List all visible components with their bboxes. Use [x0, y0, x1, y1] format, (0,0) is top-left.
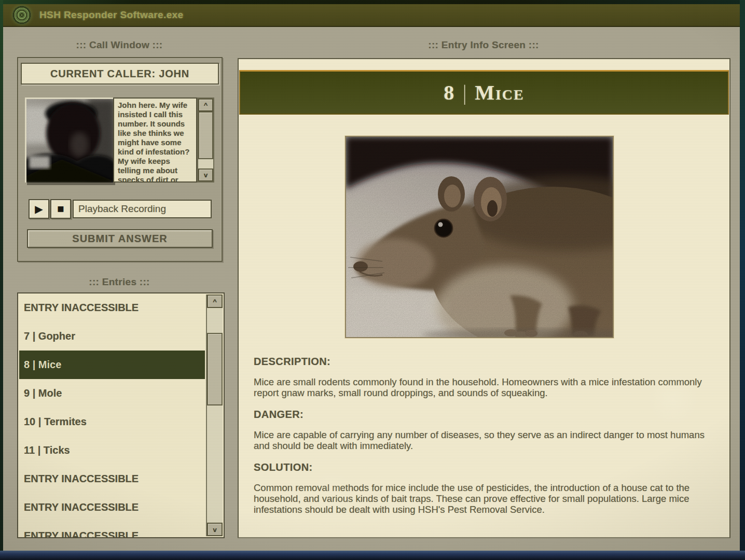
entry-list-item[interactable]: 9 | Mole — [19, 379, 205, 408]
play-button[interactable]: ▶ — [29, 199, 49, 219]
crt-screen: HSH Responder Software.exe ::: Call Wind… — [0, 0, 745, 560]
entry-info-panel: 8 | Mice — [238, 58, 730, 538]
entry-list-item[interactable]: 11 | Ticks — [19, 436, 205, 465]
entries-list: ENTRY INACCESSIBLE 7 | Gopher 8 | Mice 9… — [19, 293, 205, 538]
entries-scrollbar[interactable]: ^ v — [206, 295, 223, 536]
entry-list-item[interactable]: ENTRY INACCESSIBLE — [19, 522, 205, 538]
entry-list-item-label: 10 | Termites — [24, 416, 87, 428]
scroll-down-button[interactable]: v — [198, 169, 213, 181]
entry-info-sections: DESCRIPTION: Mice are small rodents comm… — [254, 356, 706, 525]
entry-title-divider: | — [463, 80, 466, 105]
caller-photo — [25, 97, 113, 183]
scroll-thumb[interactable] — [207, 333, 223, 405]
entries-label: ::: Entries ::: — [36, 276, 202, 288]
info-section: SOLUTION: Common removal methods for mic… — [254, 461, 706, 515]
entry-list-item[interactable]: 10 | Termites — [19, 408, 205, 436]
entry-list-item-label: ENTRY INACCESSIBLE — [24, 473, 139, 485]
submit-answer-button[interactable]: SUBMIT ANSWER — [27, 229, 213, 248]
info-section-text: Mice are capable of carrying any number … — [254, 429, 706, 451]
entry-title-banner: 8 | Mice — [239, 70, 729, 115]
play-icon: ▶ — [35, 203, 43, 215]
crt-edge-right — [740, 0, 745, 560]
info-section: DESCRIPTION: Mice are small rodents comm… — [254, 356, 706, 398]
entry-list-item-label: ENTRY INACCESSIBLE — [24, 530, 139, 538]
scroll-thumb[interactable] — [198, 111, 213, 159]
entry-list-item-label: 9 | Mole — [24, 387, 62, 399]
mouse-photo — [345, 136, 614, 338]
transcript-scrollbar[interactable]: ^ v — [197, 97, 214, 183]
info-section-text: Common removal methods for mice include … — [254, 482, 706, 515]
info-section: DANGER: Mice are capable of carrying any… — [254, 409, 706, 451]
app-logo-icon — [12, 6, 31, 24]
entry-list-item-label: 7 | Gopher — [24, 330, 75, 342]
entry-number: 8 — [444, 80, 454, 105]
scroll-up-button[interactable]: ^ — [207, 295, 223, 308]
playback-recording-label: Playback Recording — [78, 203, 166, 215]
crt-edge-top — [0, 0, 745, 4]
caller-transcript-text: John here. My wife insisted I call this … — [118, 101, 189, 183]
stop-button[interactable]: ■ — [50, 199, 71, 219]
stop-icon: ■ — [57, 202, 64, 216]
entry-list-item[interactable]: ENTRY INACCESSIBLE — [19, 493, 205, 522]
info-section-heading: DANGER: — [254, 409, 706, 420]
info-section-text: Mice are small rodents commonly found in… — [254, 376, 706, 398]
entry-list-item-label: ENTRY INACCESSIBLE — [24, 501, 139, 513]
window-title: HSH Responder Software.exe — [39, 9, 184, 21]
entry-list-item-label: 8 | Mice — [24, 359, 61, 371]
entry-list-item-label: 11 | Ticks — [24, 444, 70, 456]
info-section-heading: SOLUTION: — [254, 461, 706, 473]
entries-panel: ENTRY INACCESSIBLE 7 | Gopher 8 | Mice 9… — [17, 292, 225, 538]
playback-recording-field[interactable]: Playback Recording — [73, 200, 212, 218]
call-window-panel: CURRENT CALLER: JOHN — [17, 57, 223, 262]
caller-transcript-box[interactable]: John here. My wife insisted I call this … — [113, 97, 197, 183]
scroll-up-button[interactable]: ^ — [198, 99, 213, 111]
desktop: ::: Call Window ::: CURRENT CALLER: JOHN — [3, 27, 740, 551]
entry-list-item[interactable]: 7 | Gopher — [19, 322, 205, 351]
info-section-heading: DESCRIPTION: — [254, 356, 706, 367]
entry-list-item[interactable]: 8 | Mice — [19, 351, 205, 379]
current-caller-banner: CURRENT CALLER: JOHN — [21, 63, 219, 85]
call-window-label: ::: Call Window ::: — [36, 39, 202, 51]
entry-list-item[interactable]: ENTRY INACCESSIBLE — [19, 465, 205, 493]
entry-info-label: ::: Entry Info Screen ::: — [380, 39, 587, 51]
crt-edge-bottom — [0, 551, 745, 560]
window-titlebar: HSH Responder Software.exe — [3, 4, 740, 27]
entry-list-item[interactable]: ENTRY INACCESSIBLE — [19, 293, 205, 322]
entry-list-item-label: ENTRY INACCESSIBLE — [24, 302, 139, 314]
scroll-down-button[interactable]: v — [207, 523, 223, 536]
entry-name: Mice — [475, 80, 525, 105]
